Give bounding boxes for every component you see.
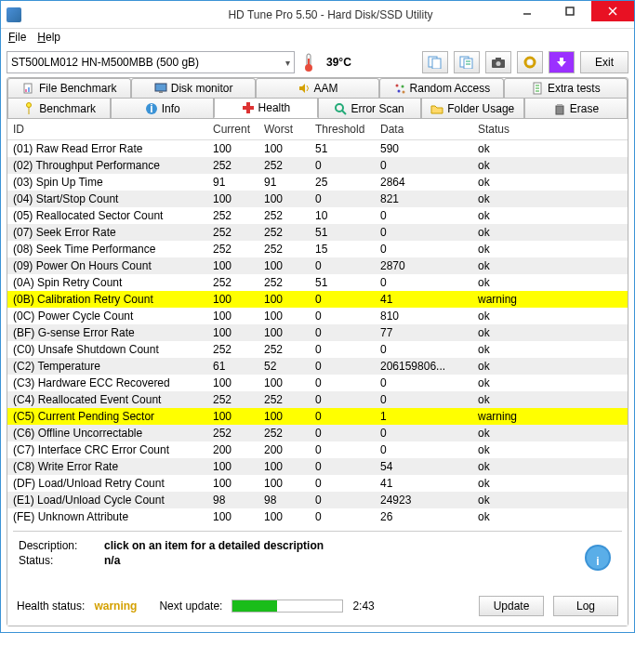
cell-id: (03) Spin Up Time <box>13 175 213 190</box>
cell-threshold: 0 <box>315 426 380 441</box>
table-row[interactable]: (C8) Write Error Rate100100054ok <box>7 458 628 475</box>
table-row[interactable]: (C0) Unsafe Shutdown Count25225200ok <box>7 341 628 358</box>
table-row[interactable]: (C2) Temperature61520206159806...ok <box>7 358 628 375</box>
cell-id: (01) Raw Read Error Rate <box>13 141 213 156</box>
cell-status: ok <box>478 376 589 390</box>
tab-random-access[interactable]: Random Access <box>379 78 503 98</box>
table-row[interactable]: (02) Throughput Performance25225200ok <box>7 157 628 174</box>
col-current[interactable]: Current <box>213 123 264 136</box>
menubar: File Help <box>1 29 634 46</box>
tab-benchmark[interactable]: Benchmark <box>7 98 111 118</box>
cell-threshold: 0 <box>315 442 380 457</box>
titlebar[interactable]: HD Tune Pro 5.50 - Hard Disk/SSD Utility <box>1 1 634 29</box>
table-row[interactable]: (05) Reallocated Sector Count252252100ok <box>7 207 628 224</box>
tab-health[interactable]: Health <box>214 98 317 118</box>
options-button[interactable] <box>517 51 543 73</box>
log-button[interactable]: Log <box>553 596 618 616</box>
cell-id: (04) Start/Stop Count <box>13 191 213 206</box>
copy-info-button[interactable] <box>422 51 448 73</box>
tab-disk-monitor[interactable]: Disk monitor <box>131 78 255 98</box>
table-row[interactable]: (0C) Power Cycle Count1001000810ok <box>7 308 628 324</box>
cell-worst: 100 <box>264 141 315 156</box>
cell-status: warning <box>478 409 589 424</box>
minimize-button[interactable] <box>506 1 549 21</box>
cell-current: 252 <box>213 342 264 357</box>
table-row[interactable]: (09) Power On Hours Count10010002870ok <box>7 257 628 274</box>
svg-rect-14 <box>496 58 501 60</box>
cell-status: ok <box>478 509 589 524</box>
table-row[interactable]: (BF) G-sense Error Rate100100077ok <box>7 324 628 341</box>
update-button[interactable]: Update <box>479 596 544 616</box>
copy-all-button[interactable] <box>454 51 480 73</box>
tab-info[interactable]: iInfo <box>111 98 214 118</box>
table-row[interactable]: (C5) Current Pending Sector10010001warni… <box>7 408 628 425</box>
cell-id: (C6) Offline Uncorrectable <box>13 426 213 441</box>
tab-file-benchmark[interactable]: File Benchmark <box>7 78 131 98</box>
close-button[interactable] <box>591 1 634 21</box>
cell-current: 61 <box>213 359 264 374</box>
cell-data: 0 <box>380 442 478 457</box>
cell-threshold: 0 <box>315 292 380 307</box>
svg-text:i: i <box>150 102 152 115</box>
exit-button[interactable]: Exit <box>580 51 628 73</box>
svg-rect-1 <box>566 7 574 15</box>
cell-worst: 52 <box>264 359 315 374</box>
table-row[interactable]: (0A) Spin Retry Count252252510ok <box>7 274 628 291</box>
info-icon[interactable]: i <box>583 543 613 573</box>
menu-help[interactable]: Help <box>37 31 60 44</box>
col-status[interactable]: Status <box>478 123 589 136</box>
table-row[interactable]: (08) Seek Time Performance252252150ok <box>7 241 628 257</box>
table-row[interactable]: (FE) Unknown Attribute100100026ok <box>7 508 628 525</box>
tab-aam[interactable]: AAM <box>256 78 379 98</box>
cell-status: ok <box>478 258 589 273</box>
col-data[interactable]: Data <box>380 123 478 136</box>
maximize-button[interactable] <box>549 1 591 21</box>
cell-current: 252 <box>213 158 264 173</box>
cell-data: 0 <box>380 225 478 240</box>
cell-current: 252 <box>213 225 264 240</box>
col-threshold[interactable]: Threshold <box>315 123 380 136</box>
table-row[interactable]: (DF) Load/Unload Retry Count100100041ok <box>7 475 628 492</box>
drive-select[interactable]: ST500LM012 HN-M500MBB (500 gB) ▾ <box>7 51 295 73</box>
tab-folder-usage[interactable]: Folder Usage <box>421 98 524 118</box>
table-row[interactable]: (C6) Offline Uncorrectable25225200ok <box>7 425 628 441</box>
random-access-icon <box>393 82 406 95</box>
svg-rect-6 <box>308 59 310 67</box>
table-row[interactable]: (C7) Interface CRC Error Count20020000ok <box>7 441 628 458</box>
tab-extra-tests[interactable]: Extra tests <box>504 78 628 98</box>
cell-id: (BF) G-sense Error Rate <box>13 325 213 340</box>
table-row[interactable]: (03) Spin Up Time9191252864ok <box>7 174 628 191</box>
cell-current: 252 <box>213 392 264 407</box>
col-worst[interactable]: Worst <box>264 123 315 136</box>
cell-worst: 100 <box>264 409 315 424</box>
cell-id: (E1) Load/Unload Cycle Count <box>13 493 213 507</box>
cell-status: ok <box>478 325 589 340</box>
cell-worst: 252 <box>264 208 315 223</box>
cell-status: ok <box>478 359 589 374</box>
table-row[interactable]: (C4) Reallocated Event Count25225200ok <box>7 391 628 408</box>
table-row[interactable]: (04) Start/Stop Count1001000821ok <box>7 191 628 207</box>
screenshot-button[interactable] <box>485 51 511 73</box>
cell-data: 0 <box>380 426 478 441</box>
svg-rect-40 <box>556 106 563 114</box>
menu-file[interactable]: File <box>8 31 26 44</box>
table-row[interactable]: (C3) Hardware ECC Recovered10010000ok <box>7 375 628 391</box>
cell-status: warning <box>478 292 589 307</box>
cell-worst: 252 <box>264 225 315 240</box>
svg-point-17 <box>528 60 532 64</box>
svg-text:i: i <box>596 555 599 568</box>
cell-worst: 100 <box>264 476 315 491</box>
tab-erase[interactable]: Erase <box>524 98 628 118</box>
table-row[interactable]: (07) Seek Error Rate252252510ok <box>7 224 628 241</box>
tab-error-scan[interactable]: Error Scan <box>318 98 421 118</box>
table-row[interactable]: (01) Raw Read Error Rate10010051590ok <box>7 140 628 157</box>
svg-rect-20 <box>25 89 27 92</box>
svg-rect-37 <box>243 106 254 110</box>
col-id[interactable]: ID <box>13 123 213 136</box>
save-button[interactable] <box>549 51 575 73</box>
cell-threshold: 0 <box>315 409 380 424</box>
table-row[interactable]: (0B) Calibration Retry Count100100041war… <box>7 291 628 308</box>
table-row[interactable]: (E1) Load/Unload Cycle Count9898024923ok <box>7 492 628 508</box>
footer-bar: Health status: warning Next update: 2:43… <box>7 592 628 626</box>
cell-current: 100 <box>213 325 264 340</box>
